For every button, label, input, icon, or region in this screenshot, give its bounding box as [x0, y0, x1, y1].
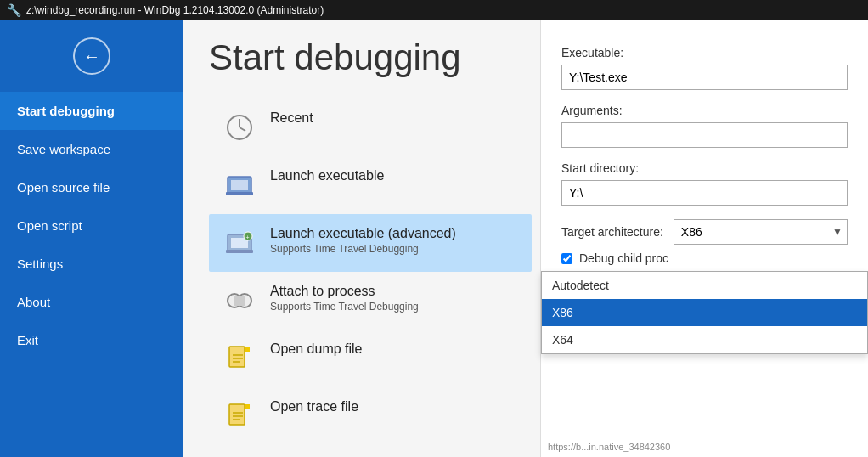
menu-item-title-launch-executable-advanced: Launch executable (advanced) — [270, 226, 456, 241]
sidebar-nav: Start debuggingSave workspaceOpen source… — [0, 92, 183, 359]
arguments-input[interactable] — [561, 122, 848, 148]
main-container: ← Start debuggingSave workspaceOpen sour… — [0, 20, 868, 457]
debug-child-checkbox[interactable] — [561, 253, 572, 264]
debug-child-row: Debug child proc — [561, 251, 848, 265]
arch-option-autodetect[interactable]: Autodetect — [542, 272, 867, 299]
executable-label: Executable: — [561, 46, 848, 59]
svg-rect-5 — [226, 192, 253, 195]
arguments-label: Arguments: — [561, 104, 848, 117]
debug-child-label: Debug child proc — [579, 251, 668, 265]
start-directory-label: Start directory: — [561, 161, 848, 175]
menu-item-title-attach-to-process: Attach to process — [270, 284, 419, 299]
sidebar-item-settings[interactable]: Settings — [0, 245, 183, 283]
sidebar-item-start-debugging[interactable]: Start debugging — [0, 92, 183, 130]
dump-icon — [223, 341, 256, 375]
sidebar-item-exit[interactable]: Exit — [0, 321, 183, 359]
menu-item-attach-to-process[interactable]: Attach to processSupports Time Travel De… — [209, 272, 532, 330]
clock-icon — [223, 110, 256, 144]
target-arch-row: Target architecture: X86 ▼ — [561, 219, 848, 245]
arch-option-x86[interactable]: X86 — [542, 299, 867, 326]
arch-select[interactable]: X86 — [674, 219, 848, 245]
target-arch-label: Target architecture: — [561, 225, 663, 239]
menu-item-launch-executable-advanced[interactable]: + Launch executable (advanced)Supports T… — [209, 214, 532, 272]
svg-rect-4 — [231, 180, 248, 190]
menu-item-recent[interactable]: Recent — [209, 99, 532, 156]
sidebar-item-open-source-file[interactable]: Open source file — [0, 168, 183, 206]
arch-select-wrapper: X86 ▼ — [674, 219, 848, 245]
menu-item-subtitle-launch-executable-advanced: Supports Time Travel Debugging — [270, 243, 456, 255]
app-icon: 🔧 — [7, 3, 21, 17]
menu-item-title-open-trace-file: Open trace file — [270, 399, 358, 415]
menu-item-title-recent: Recent — [270, 110, 313, 126]
launch-adv-icon: + — [223, 226, 256, 260]
arch-option-x64[interactable]: X64 — [542, 326, 867, 353]
titlebar-title: z:\windbg_recording.run - WinDbg 1.2104.… — [26, 4, 324, 16]
svg-rect-8 — [226, 250, 253, 253]
menu-item-title-open-dump-file: Open dump file — [270, 341, 363, 357]
sidebar: ← Start debuggingSave workspaceOpen sour… — [0, 20, 183, 457]
menu-item-text-open-trace-file: Open trace file — [270, 399, 358, 415]
menu-item-launch-executable[interactable]: Launch executable — [209, 156, 532, 214]
launch-icon — [223, 168, 256, 202]
menu-item-open-dump-file[interactable]: Open dump file — [209, 330, 532, 387]
svg-rect-14 — [245, 347, 250, 352]
svg-rect-18 — [229, 404, 245, 425]
menu-items-list: Recent Launch executable + Launch execut… — [209, 99, 540, 445]
menu-item-subtitle-attach-to-process: Supports Time Travel Debugging — [270, 301, 419, 313]
status-bar-text: https://b...in.native_34842360 — [541, 442, 868, 452]
menu-item-text-launch-executable: Launch executable — [270, 168, 384, 183]
menu-item-text-launch-executable-advanced: Launch executable (advanced)Supports Tim… — [270, 226, 456, 255]
back-button[interactable]: ← — [0, 20, 183, 92]
svg-text:+: + — [246, 234, 250, 240]
svg-line-2 — [240, 127, 245, 131]
menu-item-text-attach-to-process: Attach to processSupports Time Travel De… — [270, 284, 419, 313]
sidebar-item-about[interactable]: About — [0, 283, 183, 321]
sidebar-item-save-workspace[interactable]: Save workspace — [0, 130, 183, 168]
menu-item-text-open-dump-file: Open dump file — [270, 341, 363, 357]
attach-icon — [223, 284, 256, 318]
trace-icon — [223, 399, 256, 433]
back-circle-icon: ← — [73, 37, 110, 75]
svg-rect-19 — [245, 404, 250, 409]
menu-item-title-launch-executable: Launch executable — [270, 168, 384, 183]
executable-input[interactable] — [561, 65, 848, 90]
menu-item-text-recent: Recent — [270, 110, 313, 126]
page-title: Start debugging — [209, 37, 540, 78]
menu-panel: Start debugging Recent Launch executable… — [183, 20, 540, 457]
titlebar: 🔧 z:\windbg_recording.run - WinDbg 1.210… — [0, 0, 868, 20]
start-directory-input[interactable] — [561, 180, 848, 206]
svg-rect-13 — [229, 347, 245, 367]
right-panel: Executable: Arguments: Start directory: … — [540, 20, 868, 457]
arch-dropdown-overlay: Autodetect X86 X64 — [541, 271, 868, 354]
sidebar-item-open-script[interactable]: Open script — [0, 206, 183, 245]
menu-item-open-trace-file[interactable]: Open trace file — [209, 387, 532, 445]
content-area: Start debugging Recent Launch executable… — [183, 20, 868, 457]
